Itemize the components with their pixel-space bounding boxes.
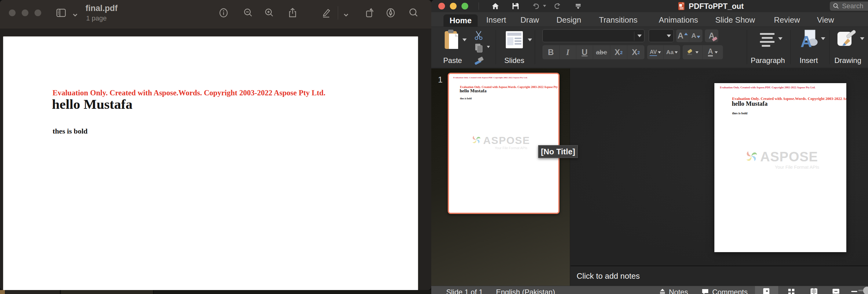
pdf-page[interactable]: Evaluation Only. Created with Aspose.Wor… (3, 36, 418, 290)
rotate-icon[interactable] (364, 7, 375, 18)
drawing-label[interactable]: Drawing (832, 56, 864, 65)
font-size-combo[interactable] (649, 29, 674, 42)
notes-pane[interactable]: Click to add notes (570, 266, 868, 286)
highlight-button[interactable] (683, 45, 703, 59)
tab-slide-show[interactable]: Slide Show (715, 15, 755, 25)
strikethrough-button[interactable]: abe (593, 45, 610, 59)
underline-button[interactable]: U (576, 45, 593, 59)
aspose-logo-icon (744, 149, 759, 164)
aspose-logo-icon (100, 285, 136, 290)
search-icon[interactable] (408, 7, 419, 18)
undo-chevron-icon[interactable] (543, 5, 546, 7)
slide-sorter-icon[interactable] (787, 288, 795, 294)
close-button[interactable] (438, 3, 445, 9)
paragraph-chevron-icon[interactable] (778, 37, 782, 40)
zoom-window-button[interactable] (462, 3, 468, 9)
search-box[interactable]: Search (830, 2, 868, 11)
status-bar: Slide 1 of 1 English (Pakistan) Notes Co… (431, 286, 868, 294)
clear-formatting-button[interactable]: A (705, 29, 718, 42)
home-icon[interactable] (491, 2, 499, 10)
powerpoint-window: PDFToPPT_out Search Home Insert Draw Des… (431, 0, 868, 294)
format-painter-icon[interactable] (473, 56, 485, 66)
paste-chevron-icon[interactable] (462, 38, 467, 41)
language-indicator[interactable]: English (Pakistan) (496, 288, 555, 294)
drawing-icon[interactable] (837, 29, 858, 50)
markup-chevron-icon[interactable] (341, 10, 351, 21)
change-case-button[interactable]: Aa (664, 45, 680, 59)
spacing-buttons: AV Aa (647, 45, 680, 59)
highlight-chevron-icon (695, 51, 699, 54)
paragraph-icon[interactable] (759, 32, 776, 48)
sidebar-icon[interactable] (56, 7, 67, 18)
font-name-combo[interactable] (542, 29, 645, 42)
font-size-buttons: A A (676, 29, 703, 42)
zoom-in-icon[interactable] (264, 7, 275, 18)
cut-icon[interactable] (473, 30, 484, 40)
markup-icon[interactable] (321, 7, 332, 18)
comments-label[interactable]: Comments (712, 288, 748, 294)
tab-transitions[interactable]: Transitions (599, 15, 638, 25)
search-icon (833, 3, 839, 9)
save-icon[interactable] (512, 2, 520, 10)
paragraph-label[interactable]: Paragraph (749, 56, 787, 65)
minimize-button[interactable] (22, 9, 28, 16)
tab-animations[interactable]: Animations (659, 15, 698, 25)
increase-font-button[interactable]: A (676, 29, 689, 42)
notes-toggle-icon[interactable] (658, 288, 666, 294)
font-color-button[interactable]: A (703, 45, 723, 59)
sidebar-chevron-icon[interactable] (70, 10, 81, 21)
zoom-out-icon[interactable] (850, 288, 858, 294)
tab-design[interactable]: Design (556, 15, 581, 25)
bold-button[interactable]: B (542, 45, 560, 59)
ribbon-separator (829, 30, 830, 64)
copy-chevron-icon[interactable] (487, 46, 490, 48)
slide-pdf-eval-line: Evaluation Only. Created with Aspose.PDF… (720, 86, 815, 89)
comments-icon[interactable] (701, 288, 709, 294)
redo-icon[interactable] (553, 2, 561, 10)
drawing-chevron-icon[interactable] (860, 37, 864, 40)
copy-icon[interactable] (474, 43, 484, 53)
tab-draw[interactable]: Draw (521, 15, 539, 25)
insert-shapes-icon[interactable]: A (799, 29, 819, 50)
slide-canvas[interactable]: Evaluation Only. Created with Aspose.PDF… (714, 83, 846, 252)
customize-toolbar-icon[interactable] (574, 2, 582, 10)
character-spacing-button[interactable]: AV (647, 45, 664, 59)
normal-view-icon[interactable] (762, 288, 770, 294)
zoom-window-button[interactable] (34, 9, 41, 16)
undo-icon[interactable] (532, 2, 540, 10)
decrease-font-button[interactable]: A (689, 29, 703, 42)
ribbon-tabbar: Home Insert Draw Design Transitions Anim… (431, 12, 868, 27)
new-slide-icon[interactable] (504, 29, 524, 50)
paste-label[interactable]: Paste (440, 56, 465, 65)
close-button[interactable] (9, 9, 16, 16)
slide-thumbnail[interactable]: Evaluation Only. Created with Aspose.PDF… (448, 73, 560, 214)
insert-chevron-icon[interactable] (821, 37, 825, 40)
paste-icon[interactable] (443, 29, 461, 51)
page-count: 1 page (86, 14, 106, 22)
slideshow-view-icon[interactable] (832, 288, 840, 294)
tab-view[interactable]: View (817, 15, 834, 25)
minimize-button[interactable] (450, 3, 457, 9)
share-icon[interactable] (287, 7, 298, 18)
zoom-out-icon[interactable] (243, 7, 253, 18)
insert-label[interactable]: Insert (795, 56, 823, 65)
slide-watermark-word: ASPOSE (760, 149, 818, 165)
tab-insert[interactable]: Insert (486, 15, 506, 25)
zoom-slider-knob[interactable] (863, 287, 868, 294)
tab-home[interactable]: Home (443, 14, 478, 27)
slides-label[interactable]: Slides (501, 56, 527, 65)
notes-toggle-label[interactable]: Notes (669, 288, 688, 294)
tab-review[interactable]: Review (774, 15, 800, 25)
thumb-watermark-word: ASPOSE (483, 135, 530, 146)
info-icon[interactable] (218, 7, 229, 18)
annotate-pen-icon[interactable] (385, 7, 396, 18)
svg-text:A: A (801, 33, 812, 50)
toolbar-divider (338, 6, 338, 20)
slide-body-text: thes is bold (732, 112, 747, 115)
superscript-button[interactable]: X 2 (610, 45, 627, 59)
subscript-button[interactable]: X 2 (627, 45, 645, 59)
slides-chevron-icon[interactable] (528, 38, 532, 41)
italic-button[interactable]: I (560, 45, 576, 59)
desktop-strip-segment (0, 290, 5, 294)
reading-view-icon[interactable] (810, 288, 818, 294)
